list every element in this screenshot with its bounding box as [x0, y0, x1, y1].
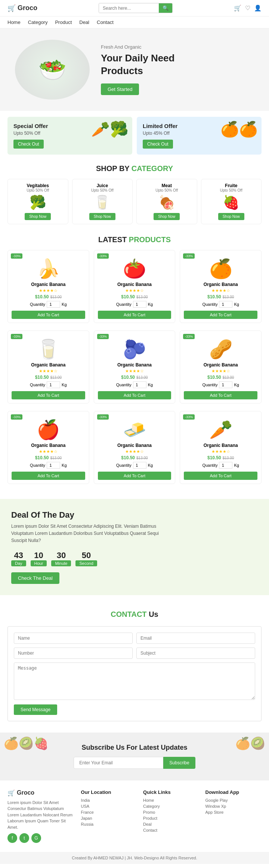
- category-btn-0[interactable]: Shop Now: [25, 213, 51, 220]
- add-to-cart-btn[interactable]: Add To Cart: [12, 391, 85, 399]
- footer-location-russia[interactable]: Russia: [81, 822, 137, 826]
- logo[interactable]: 🛒 Groco: [7, 4, 37, 12]
- footer-link-product[interactable]: Product: [143, 816, 199, 820]
- add-to-cart-btn[interactable]: Add To Cart: [12, 311, 85, 319]
- count-number: 43: [11, 551, 26, 560]
- footer-logo-text: Groco: [17, 789, 34, 796]
- add-to-cart-btn[interactable]: Add To Cart: [12, 472, 85, 480]
- quantity-label: Quantity: [202, 302, 217, 307]
- unit-label: Kg: [62, 383, 67, 387]
- discount-badge: -33%: [183, 253, 195, 259]
- search-button[interactable]: 🔍: [159, 3, 172, 13]
- count-number: 30: [51, 551, 71, 560]
- footer-location-india[interactable]: India: [81, 798, 137, 802]
- add-to-cart-btn[interactable]: Add To Cart: [98, 311, 171, 319]
- footer-bottom-text: Created By AHMED NEWAJ | JH. Web-Designo…: [72, 856, 197, 860]
- wishlist-icon[interactable]: ♡: [245, 4, 250, 12]
- subject-input[interactable]: [136, 648, 255, 659]
- category-btn-2[interactable]: Shop Now: [154, 213, 180, 220]
- discount-badge: -33%: [11, 334, 22, 339]
- nav-deal[interactable]: Deal: [79, 19, 89, 25]
- hero-cta-button[interactable]: Get Started: [101, 83, 139, 95]
- quantity-input[interactable]: [133, 381, 146, 388]
- cart-icon[interactable]: 🛒: [234, 4, 241, 12]
- quantity-label: Quantity: [116, 383, 132, 387]
- deal-btn[interactable]: Check The Deal: [11, 572, 59, 584]
- price-row: $10.50 $13.00: [12, 375, 85, 380]
- search-bar: 🔍: [99, 3, 173, 13]
- nav-contact[interactable]: Contact: [97, 19, 114, 25]
- quantity-label: Quantity: [116, 463, 132, 467]
- product-name: Organic Banana: [98, 362, 171, 368]
- form-row-2: [14, 648, 255, 659]
- quantity-label: Quantity: [116, 302, 132, 307]
- count-label: Minute: [51, 560, 71, 566]
- quantity-input[interactable]: [47, 462, 60, 469]
- unit-label: Kg: [62, 302, 67, 307]
- user-icon[interactable]: 👤: [254, 4, 262, 12]
- search-input[interactable]: [99, 3, 159, 13]
- nav-product[interactable]: Product: [55, 19, 72, 25]
- nav-category[interactable]: Category: [28, 19, 48, 25]
- footer-link-home[interactable]: Home: [143, 798, 199, 802]
- add-to-cart-btn[interactable]: Add To Cart: [98, 472, 171, 480]
- count-label: Hour: [31, 560, 47, 566]
- footer-download-windows[interactable]: Window Xp: [205, 804, 262, 808]
- name-input[interactable]: [14, 633, 133, 644]
- footer-link-contact[interactable]: Contact: [143, 828, 199, 832]
- offers-section: Special Offer Upto 50% Off Check Out 🥕🥦 …: [0, 111, 269, 161]
- footer-link-category[interactable]: Category: [143, 804, 199, 808]
- footer-location-usa[interactable]: USA: [81, 804, 137, 808]
- add-to-cart-btn[interactable]: Add To Cart: [184, 472, 257, 480]
- quantity-input[interactable]: [219, 462, 232, 469]
- category-btn-3[interactable]: Shop Now: [218, 213, 244, 220]
- quantity-input[interactable]: [47, 301, 60, 308]
- discount-badge: -33%: [97, 334, 109, 339]
- category-card-vegetables: Vegitables Upto 50% Off 🥦 Shop Now: [7, 179, 68, 224]
- category-card-juice: Juice Upto 50% Off 🥛 Shop Now: [72, 179, 133, 224]
- footer-location-france[interactable]: France: [81, 810, 137, 814]
- product-name: Organic Banana: [184, 362, 257, 368]
- social-twitter[interactable]: t: [19, 833, 29, 843]
- hero-section: 🥗 Fresh And Organic Your Daily NeedProdu…: [0, 28, 269, 111]
- quantity-input[interactable]: [133, 301, 146, 308]
- subscribe-fruit-right: 🍊🥝: [235, 736, 265, 750]
- subscribe-email-input[interactable]: [74, 757, 163, 769]
- category-btn-1[interactable]: Shop Now: [89, 213, 115, 220]
- special-offer-btn[interactable]: Check Out: [13, 140, 44, 149]
- social-facebook[interactable]: f: [7, 833, 17, 843]
- footer-download-google[interactable]: Google Play: [205, 798, 262, 802]
- add-to-cart-btn[interactable]: Add To Cart: [184, 391, 257, 399]
- limited-offer-btn[interactable]: Check Out: [143, 140, 173, 149]
- quantity-input[interactable]: [47, 381, 60, 388]
- price-new: $10.50: [121, 455, 135, 460]
- stars: ★★★★☆: [12, 369, 85, 374]
- quantity-input[interactable]: [133, 462, 146, 469]
- footer-link-deal[interactable]: Deal: [143, 822, 199, 826]
- footer-download-appstore[interactable]: App Store: [205, 810, 262, 814]
- deal-section: Deal Of The Day Lorem ipsum Dolor Sit Am…: [0, 499, 269, 595]
- hero-image: 🥗: [15, 40, 90, 100]
- email-input[interactable]: [136, 633, 255, 644]
- product-img: 🫐: [98, 338, 171, 360]
- social-google[interactable]: G: [31, 833, 41, 843]
- product-card: -33% 🍎 Organic Banana ★★★★☆ $10.50 $13.0…: [7, 411, 89, 484]
- quantity-label: Quantity: [202, 463, 217, 467]
- products-grid: -33% 🍌 Organic Banana ★★★★☆ $10.50 $13.0…: [7, 250, 262, 488]
- footer-location-japan[interactable]: Japan: [81, 816, 137, 820]
- unit-label: Kg: [234, 383, 239, 387]
- send-message-btn[interactable]: Send Message: [14, 704, 57, 715]
- footer-link-promo[interactable]: Promo: [143, 810, 199, 814]
- quantity-input[interactable]: [219, 301, 232, 308]
- nav-home[interactable]: Home: [7, 19, 21, 25]
- category-name-2: Meat: [140, 183, 193, 188]
- price-new: $10.50: [35, 375, 49, 380]
- discount-badge: -33%: [183, 414, 195, 420]
- category-card-meat: Meat Upto 50% Off 🍖 Shop Now: [136, 179, 197, 224]
- subscribe-button[interactable]: Subscribe: [163, 757, 195, 769]
- add-to-cart-btn[interactable]: Add To Cart: [184, 311, 257, 319]
- add-to-cart-btn[interactable]: Add To Cart: [98, 391, 171, 399]
- message-input[interactable]: [14, 663, 255, 700]
- quantity-input[interactable]: [219, 381, 232, 388]
- number-input[interactable]: [14, 648, 133, 659]
